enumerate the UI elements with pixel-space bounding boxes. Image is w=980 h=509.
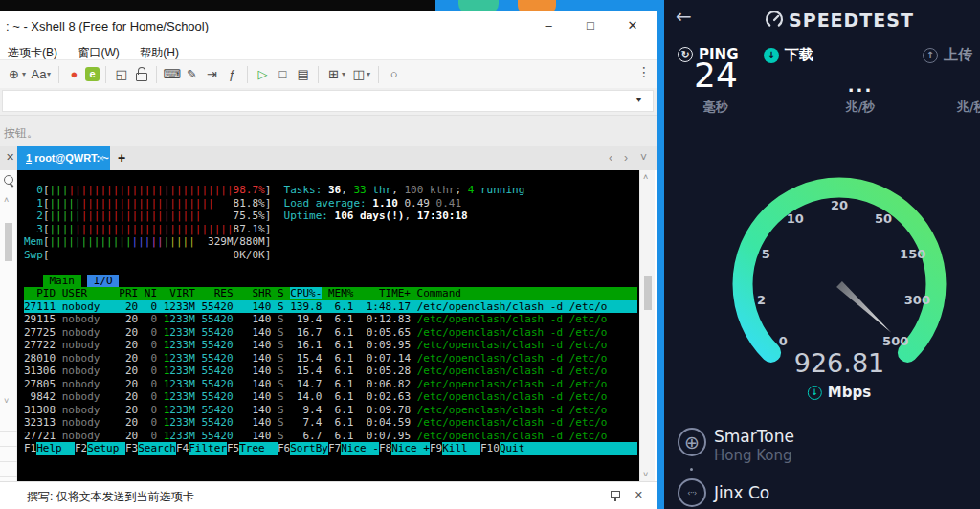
htop-table-header[interactable]: PID USER PRI NI VIRT RES SHR S CPU%- MEM… — [24, 287, 637, 300]
terminal-screen[interactable]: 0[|||||||||||||||||||||||||||||98.7%] Ta… — [17, 170, 639, 481]
tab-bar: ✕ 1root@QWRT: ~ × + ‹ › ˅ — [0, 146, 657, 170]
fn-action-filter[interactable]: Filter — [189, 442, 227, 455]
gauge-tick-0: 0 — [779, 333, 788, 347]
tab-scroll-left-icon[interactable]: ‹ — [609, 151, 612, 165]
htop-meter-swp: Swp[ 0K/0K] — [24, 249, 637, 262]
left-sidebar: ˄ ˅ — [0, 170, 17, 481]
toolbar-send-text-icon[interactable]: ⇥ — [203, 65, 221, 83]
tab-list-icon[interactable]: ˅ — [640, 151, 647, 165]
pin-icon[interactable] — [611, 491, 620, 502]
sidebar-scroll-thumb[interactable] — [5, 223, 12, 261]
process-row: 27722 nobody 20 0 1233M 55420 140 S 16.1… — [24, 339, 637, 352]
compose-bar: 撰写: 仅将文本发送到当前选项卡 ✕ — [0, 481, 657, 509]
htop-meter-1: 1[|||||||||||||||||||||||||| 81.8%] Load… — [24, 197, 637, 210]
toolbar-new-session-dropdown[interactable]: ▾ — [342, 70, 345, 78]
toolbar-compose-pen-icon[interactable]: ✎ — [183, 65, 201, 83]
speedtest-gauge-icon — [765, 11, 784, 30]
fn-action-tree[interactable]: Tree — [239, 442, 278, 455]
gauge-tick-20: 20 — [831, 198, 848, 212]
lock-body — [136, 73, 147, 81]
speed-unit-label: Mbps — [828, 384, 871, 401]
combobox-caret-icon[interactable]: ▾ — [636, 94, 641, 104]
fn-action-nice--[interactable]: Nice - — [341, 442, 379, 455]
toolbar-overflow-icon[interactable]: ⋮ — [637, 64, 651, 79]
toolbar-script-icon[interactable]: ƒ — [223, 65, 241, 83]
fn-action-search[interactable]: Search — [138, 442, 176, 455]
htop-tab-io[interactable]: I/O — [87, 275, 119, 287]
sidebar-scroll-down[interactable]: ˅ — [4, 396, 9, 406]
toolbar-font-size-icon[interactable]: Aa — [30, 65, 48, 83]
tab-scroll-right-icon[interactable]: › — [624, 151, 628, 165]
fn-key-f2: F2 — [75, 442, 87, 455]
sidebar-scroll-up[interactable]: ˄ — [4, 195, 9, 205]
fn-action-quit[interactable]: Quit — [500, 442, 538, 455]
server-name[interactable]: Jinx Co — [714, 483, 769, 502]
tabbar-close-icon[interactable]: ✕ — [6, 151, 14, 164]
download-value-pending: ··· — [848, 80, 874, 100]
toolbar-keyboard-icon[interactable]: ⌨ — [163, 65, 181, 83]
back-arrow-icon[interactable]: ← — [676, 5, 692, 28]
toolbar-font-size-dropdown[interactable]: ▾ — [47, 70, 51, 78]
session-tab[interactable]: 1root@QWRT: ~ × — [17, 146, 110, 170]
gauge-arc — [743, 188, 936, 352]
gauge-needle — [836, 281, 891, 333]
hint-bar: 按钮。 — [0, 115, 657, 147]
scrollbar-down-icon[interactable]: ˅ — [643, 470, 648, 479]
address-combobox[interactable]: ▾ — [2, 90, 654, 112]
ping-icon: ↻ — [678, 47, 693, 62]
process-row: 28010 nobody 20 0 1233M 55420 140 S 15.4… — [24, 352, 637, 365]
fn-action-setup[interactable]: Setup — [87, 442, 125, 455]
toolbar-new-session-icon[interactable]: ⊞ — [324, 65, 343, 83]
toolbar: ⊕▾Aa▾●e◱⌨✎⇥ƒ▷□▤⊞▾◫▾○⋮ — [0, 59, 657, 88]
session-tab-index: 1 — [26, 152, 32, 164]
toolbar-find-icon[interactable]: ○ — [385, 65, 403, 83]
minimize-button[interactable]: – — [534, 13, 563, 38]
toolbar-new-file-transfer-icon[interactable]: ▷ — [254, 65, 272, 83]
isp-name[interactable]: SmarTone — [714, 427, 794, 446]
sort-column-header[interactable]: CPU%- — [290, 287, 322, 299]
process-row: 29115 nobody 20 0 1233M 55420 140 S 19.4… — [24, 313, 637, 326]
htop-meter-2: 2[|||||||||||||||||||||||| 75.5%] Uptime… — [24, 210, 637, 223]
toolbar-session-red-icon[interactable]: ● — [65, 65, 83, 83]
new-tab-button[interactable]: + — [118, 150, 125, 166]
maximize-button[interactable]: □ — [576, 13, 605, 38]
htop-tab-main[interactable]: Main — [43, 275, 81, 287]
fn-key-f4: F4 — [176, 442, 189, 455]
toolbar-session-green-icon[interactable]: e — [85, 67, 100, 81]
toolbar-language-icon[interactable]: ⊕ — [5, 65, 23, 83]
toolbar-fullscreen-icon[interactable]: ◱ — [112, 65, 130, 83]
process-row: 9842 nobody 20 0 1233M 55420 140 S 14.0 … — [24, 390, 637, 404]
terminal-scrollbar[interactable]: ˄ ˅ — [639, 170, 655, 481]
fn-key-f8: F8 — [379, 442, 391, 455]
fn-action-help[interactable]: Help — [36, 442, 75, 455]
toolbar-log-icon[interactable]: ▤ — [294, 65, 312, 83]
fn-key-f1: F1 — [24, 442, 36, 455]
htop-meter-mem: Mem[||||||||||||||||||||||| 329M/880M] — [24, 235, 637, 249]
toolbar-lock-icon[interactable] — [132, 65, 150, 83]
download-icon: ↓ — [764, 48, 779, 63]
toolbar-separator — [247, 66, 248, 83]
ping-value: 24 — [694, 55, 738, 95]
process-row: 31306 nobody 20 0 1233M 55420 140 S 15.4… — [24, 365, 637, 378]
download-label-row: ↓ 下载 — [764, 46, 813, 64]
toolbar-layout-icon[interactable]: ◫ — [349, 65, 368, 83]
fn-action-sortby[interactable]: SortBy — [290, 442, 328, 455]
htop-meter-3: 3[|||||||||||||||||||||||||||||87.1%] — [24, 223, 637, 236]
fn-action-nice-+[interactable]: Nice + — [391, 442, 430, 455]
scrollbar-up-icon[interactable]: ˄ — [643, 172, 648, 182]
gauge-tick-150: 150 — [900, 247, 925, 261]
toolbar-language-dropdown[interactable]: ▾ — [22, 70, 26, 78]
fn-action-kill[interactable]: Kill — [442, 442, 480, 455]
scrollbar-thumb[interactable] — [644, 276, 652, 310]
session-tab-close-icon[interactable]: × — [99, 146, 104, 170]
close-button[interactable]: ✕ — [618, 13, 647, 38]
toolbar-layout-dropdown[interactable]: ▾ — [367, 70, 370, 78]
sidebar-divider — [0, 476, 17, 477]
toolbar-file-transfer-icon[interactable]: □ — [274, 65, 292, 83]
xshell-window: : ~ - Xshell 8 (Free for Home/School) – … — [0, 11, 657, 509]
toolbar-separator — [58, 66, 59, 83]
sidebar-divider — [0, 446, 17, 447]
compose-close-icon[interactable]: ✕ — [635, 489, 643, 501]
toolbar-separator — [378, 66, 379, 83]
background-strip — [0, 0, 435, 11]
